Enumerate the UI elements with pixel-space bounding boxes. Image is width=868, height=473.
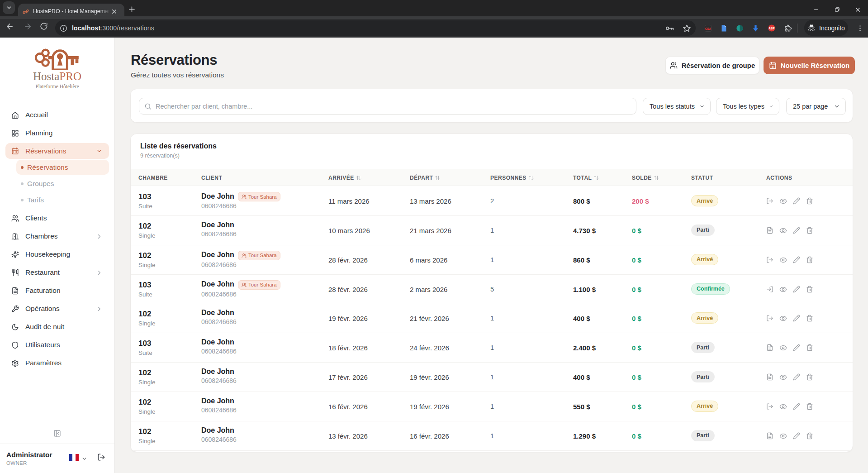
svg-text:CSA: CSA	[705, 27, 711, 30]
svg-text:ABP: ABP	[768, 27, 775, 30]
